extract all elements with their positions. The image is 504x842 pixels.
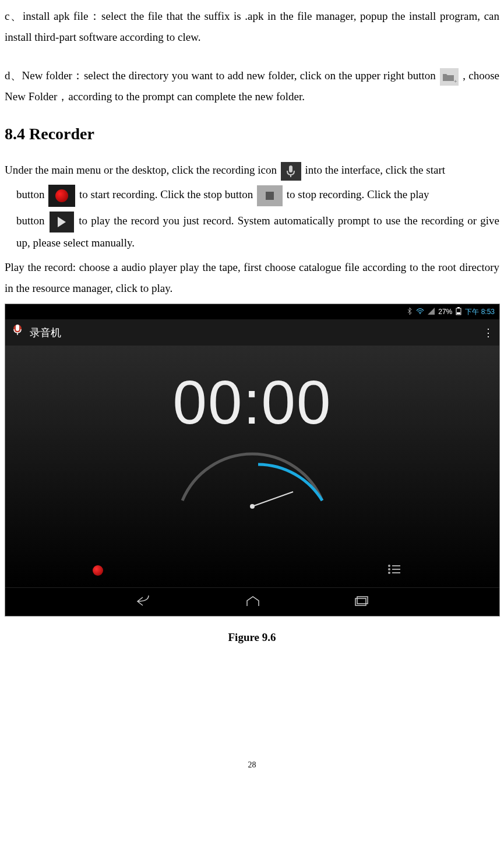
record-button-icon [48,185,75,207]
text-line1-a: Under the main menu or the desktop, clic… [5,164,277,176]
play-button-icon [50,212,74,232]
app-mic-icon [11,323,24,342]
text-line3-b: to play the record you just record. Syst… [16,214,499,249]
svg-rect-7 [457,312,460,314]
text-line1-b: into the interface, click the start [305,164,445,176]
svg-rect-18 [392,572,400,573]
menu-icon[interactable]: ⋮ [483,326,494,339]
recorder-para2: button to start recording. Click the sto… [16,184,499,207]
svg-rect-14 [392,565,400,566]
svg-line-11 [252,492,293,506]
status-bar: 27% 下午 8:53 [5,304,499,319]
recorder-para3: button to play the record you just recor… [16,210,499,253]
status-time: 下午 8:53 [465,307,495,317]
text-line2-c: to stop recording. Click the play [287,188,429,200]
section-title: 8.4 Recorder [5,125,499,143]
record-control[interactable] [93,565,103,576]
svg-rect-16 [392,569,400,570]
text-line2-a: button [16,188,45,200]
list-control[interactable] [387,564,400,577]
recorder-controls [5,554,499,587]
paragraph-c: c、install apk file：select the file that … [5,6,499,48]
svg-rect-9 [16,325,19,331]
bluetooth-icon [407,307,413,317]
svg-point-17 [388,572,390,574]
svg-point-13 [388,565,390,567]
svg-point-15 [388,568,390,570]
paragraph-d: d、New folder：select the directory you wa… [5,65,499,107]
app-title: 录音机 [30,326,61,340]
recorder-body: 00:00 [5,346,499,587]
recorder-paragraph: Under the main menu or the desktop, clic… [5,160,499,181]
battery-text: 27% [438,308,452,316]
back-nav-icon[interactable] [136,596,152,610]
signal-icon [428,308,435,316]
play-record-paragraph: Play the record: choose a audio player p… [5,257,499,299]
text-c: c、install apk file：select the file that … [5,10,499,43]
wifi-icon [416,308,424,316]
folder-add-icon: + [440,68,459,86]
nav-bar [5,587,499,616]
svg-rect-6 [457,307,460,308]
svg-text:+: + [454,78,457,84]
text-d-a: d、New folder：select the directory you wa… [5,69,436,82]
microphone-icon [281,162,301,181]
svg-point-12 [250,504,255,509]
page-number: 28 [5,760,499,770]
text-play-record: Play the record: choose a audio player p… [5,261,499,294]
recorder-timer: 00:00 [173,368,332,438]
figure-caption: Figure 9.6 [5,631,499,644]
svg-rect-2 [289,165,292,172]
stop-button-icon [257,185,283,206]
battery-icon [456,307,461,317]
text-line2-b: to start recording. Click the stop butto… [79,188,253,200]
recorder-screenshot: 27% 下午 8:53 录音机 ⋮ 00:00 [5,304,500,616]
vu-meter [171,448,334,512]
text-line3-a: button [16,214,45,227]
app-header: 录音机 ⋮ [5,319,499,346]
recent-nav-icon[interactable] [354,596,369,610]
svg-point-4 [420,313,421,314]
home-nav-icon[interactable] [245,596,260,610]
